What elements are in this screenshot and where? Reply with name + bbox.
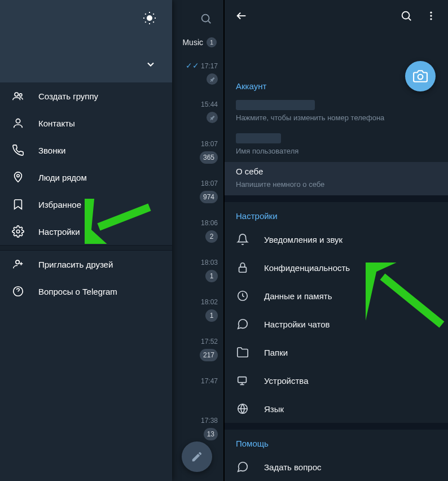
pin-icon <box>207 73 218 85</box>
menu-item-new-group[interactable]: Создать группу <box>0 82 172 110</box>
svg-point-12 <box>19 94 22 97</box>
search-icon[interactable] <box>394 3 419 28</box>
settings-header-bar <box>225 0 448 32</box>
chat-row[interactable]: 17:38 13 <box>201 417 218 440</box>
compose-fab[interactable] <box>182 441 212 472</box>
search-icon[interactable] <box>200 12 212 27</box>
chat-row[interactable]: 18:06 2 <box>201 219 218 243</box>
chat-icon <box>236 317 249 331</box>
setting-notifications[interactable]: Уведомления и звук <box>225 225 448 253</box>
chat-time: 18:07 <box>201 180 218 187</box>
section-header-settings: Настройки <box>225 202 448 225</box>
svg-point-13 <box>16 119 20 123</box>
pin-icon <box>207 112 218 123</box>
chat-row[interactable]: 17:47 <box>201 377 218 385</box>
menu-item-saved[interactable]: Избранное <box>0 191 172 218</box>
chat-row[interactable]: 17:52 217 <box>200 338 218 361</box>
setting-label: Конфиденциальность <box>264 263 350 273</box>
svg-point-2 <box>147 15 152 21</box>
chat-icon <box>236 460 249 474</box>
chat-time: 18:02 <box>201 298 218 306</box>
setting-label: Язык <box>264 404 284 414</box>
setting-folders[interactable]: Папки <box>225 338 448 366</box>
menu-item-label: Пригласить друзей <box>38 260 113 269</box>
chat-row[interactable]: 18:07 365 <box>200 140 218 164</box>
bookmark-icon <box>11 198 25 211</box>
invite-icon <box>11 257 25 271</box>
svg-point-26 <box>430 15 432 16</box>
chat-time: 15:44 <box>201 100 218 108</box>
setting-label: Устройства <box>264 376 308 386</box>
svg-rect-29 <box>239 267 247 272</box>
account-bio-title: О себе <box>236 167 437 178</box>
left-panel: Music 1 ✓✓ 17:17 15:44 18:07 365 18:07 9… <box>0 0 223 481</box>
svg-point-23 <box>402 12 410 19</box>
menu-item-label: Избранное <box>38 200 81 209</box>
svg-point-16 <box>16 260 19 264</box>
more-icon[interactable] <box>419 3 443 28</box>
chevron-down-icon[interactable] <box>145 59 156 72</box>
unread-badge: 974 <box>200 191 218 203</box>
svg-rect-31 <box>238 377 247 383</box>
drawer-menu: Создать группу Контакты Звонки Люди рядо… <box>0 82 172 481</box>
unread-badge: 1 <box>205 270 218 282</box>
account-bio-row[interactable]: О себе Напишите немного о себе <box>225 162 448 195</box>
menu-item-label: Настройки <box>38 227 80 237</box>
folder-tab-badge: 1 <box>207 37 217 47</box>
chat-row[interactable]: 18:03 1 <box>201 259 218 282</box>
globe-icon <box>236 402 249 416</box>
setting-devices[interactable]: Устройства <box>225 366 448 395</box>
chat-time: 17:47 <box>201 377 218 385</box>
account-phone-row[interactable]: Нажмите, чтобы изменить номер телефона <box>225 95 448 129</box>
redacted-phone <box>236 100 315 110</box>
chat-row[interactable]: ✓✓ 17:17 <box>186 61 218 85</box>
help-ask[interactable]: Задать вопрос <box>225 453 448 481</box>
setting-privacy[interactable]: Конфиденциальность <box>225 253 448 282</box>
setting-chat[interactable]: Настройки чатов <box>225 310 448 338</box>
setting-label: Настройки чатов <box>264 320 330 329</box>
help-label: Задать вопрос <box>264 462 321 472</box>
menu-item-contacts[interactable]: Контакты <box>0 110 172 137</box>
menu-item-invite[interactable]: Пригласить друзей <box>0 251 172 278</box>
chat-row[interactable]: 18:02 1 <box>201 298 218 322</box>
menu-item-label: Звонки <box>38 146 65 155</box>
account-bio-hint: Напишите немного о себе <box>236 180 437 189</box>
menu-item-settings[interactable]: Настройки <box>0 218 172 245</box>
svg-line-1 <box>208 21 210 23</box>
theme-toggle-icon[interactable] <box>143 11 159 27</box>
gear-icon <box>11 225 25 238</box>
svg-line-10 <box>153 14 153 14</box>
chat-row[interactable]: 18:07 974 <box>200 180 218 203</box>
menu-item-label: Создать группу <box>38 91 98 101</box>
setting-data[interactable]: Данные и память <box>225 282 448 310</box>
folder-icon <box>236 346 249 359</box>
menu-divider <box>0 245 172 251</box>
read-checks-icon: ✓✓ <box>186 61 199 70</box>
back-icon[interactable] <box>229 3 254 28</box>
svg-line-9 <box>145 21 146 22</box>
menu-item-faq[interactable]: Вопросы о Telegram <box>0 278 172 305</box>
lock-icon <box>236 261 249 274</box>
group-icon <box>11 89 25 103</box>
menu-item-calls[interactable]: Звонки <box>0 137 172 164</box>
svg-point-11 <box>15 93 18 96</box>
menu-item-nearby[interactable]: Люди рядом <box>0 164 172 191</box>
setting-label: Уведомления и звук <box>264 235 342 244</box>
menu-item-label: Люди рядом <box>38 173 87 182</box>
devices-icon <box>236 374 249 387</box>
unread-badge: 13 <box>204 428 218 440</box>
setting-label: Папки <box>264 348 288 357</box>
account-username-row[interactable]: Имя пользователя <box>225 129 448 162</box>
section-gap <box>225 195 448 202</box>
setting-language[interactable]: Язык <box>225 395 448 423</box>
change-photo-fab[interactable] <box>405 61 436 91</box>
bell-icon <box>236 233 249 246</box>
chat-time: ✓✓ 17:17 <box>186 61 218 70</box>
chat-time: 18:03 <box>201 259 218 266</box>
account-username-hint: Имя пользователя <box>236 147 437 155</box>
chat-row[interactable]: 15:44 <box>201 100 218 123</box>
nearby-icon <box>11 170 25 184</box>
setting-label: Данные и память <box>264 291 332 301</box>
section-header-help: Помощь <box>225 430 448 453</box>
folder-tab[interactable]: Music 1 <box>182 37 217 47</box>
